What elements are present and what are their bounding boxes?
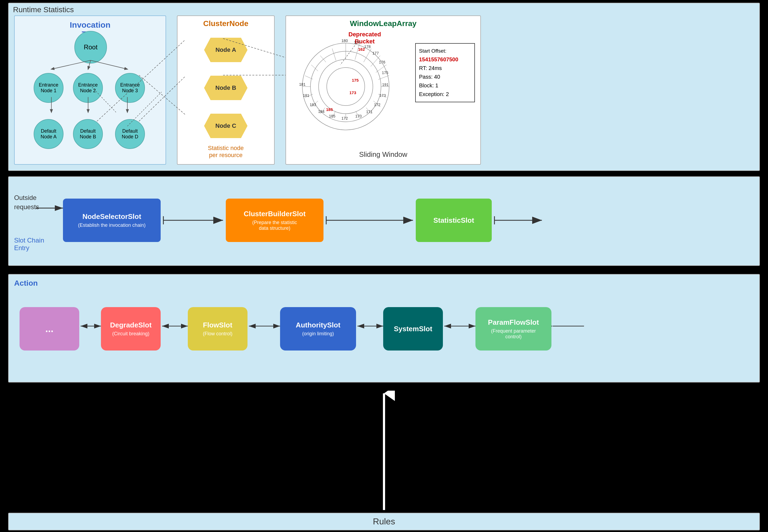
slot-entry-label: Slot ChainEntry (14, 237, 44, 252)
action-label: Action (14, 279, 38, 288)
up-arrow-svg (373, 391, 395, 513)
svg-text:175: 175 (352, 78, 358, 82)
rules-label: Rules (373, 517, 395, 527)
cluster-builder-title: ClusterBuilderSlot (244, 210, 305, 218)
svg-text:176: 176 (379, 60, 386, 64)
wheel-svg: 180 179 178 177 176 175 191 173 172 171 … (297, 38, 395, 135)
window-title: WindowLeapArray (350, 19, 417, 28)
offset-label: Start Offset: (419, 47, 471, 55)
main-container: Runtime Statistics InvocationTree Root E… (0, 0, 768, 532)
svg-point-12 (327, 68, 365, 106)
svg-text:180: 180 (341, 39, 348, 43)
slot-node-selector: NodeSelectorSlot (Establish the invocati… (63, 199, 161, 242)
node-entrance1: EntranceNode 1 (34, 73, 63, 103)
svg-text:175: 175 (382, 71, 389, 75)
svg-text:173: 173 (349, 90, 356, 95)
node-entrance2: EntranceNode 2 (73, 73, 103, 103)
paramflow-title: ParamFlowSlot (488, 318, 539, 327)
rt-value: RT: 24ms (419, 64, 471, 72)
degrade-title: DegradeSlot (110, 321, 151, 329)
node-defaultA: DefaultNode A (34, 119, 63, 149)
slot-degrade: DegradeSlot (Circuit breaking) (101, 307, 161, 351)
node-selector-title: NodeSelectorSlot (82, 212, 141, 221)
svg-text:185: 185 (326, 107, 333, 112)
exception-value: Exception: 2 (419, 90, 471, 98)
wheel-container: 180 179 178 177 176 175 191 173 172 171 … (297, 38, 395, 135)
hex-nodeA: Node A (204, 38, 247, 62)
pass-value: Pass: 40 (419, 72, 471, 81)
node-defaultB: DefaultNode B (73, 119, 103, 149)
slot-flow: FlowSlot (Flow control) (188, 307, 247, 351)
bidir-arrow4-svg (356, 318, 386, 334)
window-subtitle: Sliding Window (359, 150, 407, 159)
slot-statistic: StatisticSlot (416, 199, 492, 242)
up-arrow-container (373, 391, 395, 514)
svg-text:183: 183 (310, 103, 316, 107)
svg-text:181: 181 (303, 93, 309, 98)
svg-text:184: 184 (318, 109, 324, 114)
outside-label: Outsiderequests (14, 193, 39, 211)
system-title: SystemSlot (394, 325, 432, 333)
slot-section: Outsiderequests Slot ChainEntry NodeSele… (8, 176, 760, 266)
input-arrow-svg (36, 201, 66, 215)
degrade-subtitle: (Circuit breaking) (112, 331, 149, 337)
rules-section: Rules (8, 513, 760, 530)
svg-text:171: 171 (366, 110, 372, 114)
svg-text:173: 173 (379, 93, 386, 98)
node-defaultD: DefaultNode D (115, 119, 145, 149)
authority-title: AuthoritySlot (296, 321, 340, 329)
svg-text:172: 172 (341, 116, 348, 120)
window-box: WindowLeapArray Sliding Window Deprecate… (285, 15, 481, 165)
slot-authority: AuthoritySlot (origin limiting) (280, 307, 356, 351)
cluster-builder-subtitle: (Prepare the statisticdata structure) (252, 220, 297, 231)
svg-text:177: 177 (372, 51, 379, 55)
cluster-subtitle: Statistic nodeper resource (208, 145, 244, 159)
svg-text:181: 181 (299, 82, 305, 87)
slot-paramflow: ParamFlowSlot (Frequent parametercontrol… (476, 307, 552, 351)
node-root: Root (74, 31, 107, 63)
hex-nodeB: Node B (204, 76, 247, 100)
svg-line-33 (332, 49, 336, 60)
arrow1-svg (161, 212, 228, 228)
cluster-title: ClusterNode (203, 19, 248, 28)
separator-3 (0, 385, 768, 390)
right-arrow-svg (552, 318, 587, 334)
arrow3-svg (492, 212, 546, 228)
action-section: Action ... DegradeSlot (Circuit breaking… (8, 274, 760, 383)
node-selector-subtitle: (Establish the invocation chain) (78, 222, 145, 228)
offset-value: 1541557607500 (419, 55, 471, 64)
bidir-arrow3-svg (247, 318, 283, 334)
bidir-arrow5-svg (443, 318, 478, 334)
svg-text:185: 185 (329, 114, 335, 118)
hex-nodeC: Node C (204, 114, 247, 138)
svg-text:172: 172 (374, 103, 380, 107)
runtime-section: Runtime Statistics InvocationTree Root E… (8, 3, 760, 171)
flow-title: FlowSlot (203, 321, 232, 329)
info-box: Start Offset: 1541557607500 RT: 24ms Pas… (415, 43, 475, 102)
paramflow-subtitle: (Frequent parametercontrol) (491, 328, 536, 340)
cluster-box: ClusterNode Node A Node B Node C Statist… (177, 15, 275, 165)
arrow2-svg (323, 212, 419, 228)
invocation-box: InvocationTree Root EntranceNode 1 Entra… (14, 15, 166, 165)
flow-subtitle: (Flow control) (203, 331, 232, 337)
statistic-title: StatisticSlot (434, 216, 474, 225)
block-value: Block: 1 (419, 81, 471, 90)
svg-text:162: 162 (358, 47, 365, 52)
slot-system: SystemSlot (383, 307, 443, 351)
slot-cluster-builder: ClusterBuilderSlot (Prepare the statisti… (226, 199, 323, 242)
svg-text:191: 191 (382, 82, 389, 87)
authority-subtitle: (origin limiting) (302, 331, 334, 337)
svg-text:170: 170 (355, 114, 362, 118)
bidir-arrow1-svg (79, 318, 104, 334)
svg-text:178: 178 (364, 44, 371, 49)
svg-text:179: 179 (354, 40, 360, 44)
node-entrance3: EntranceNode 3 (115, 73, 145, 103)
bidir-arrow2-svg (161, 318, 190, 334)
runtime-title: Runtime Statistics (13, 5, 74, 14)
slot-dots: ... (20, 307, 79, 351)
svg-line-14 (355, 44, 359, 60)
